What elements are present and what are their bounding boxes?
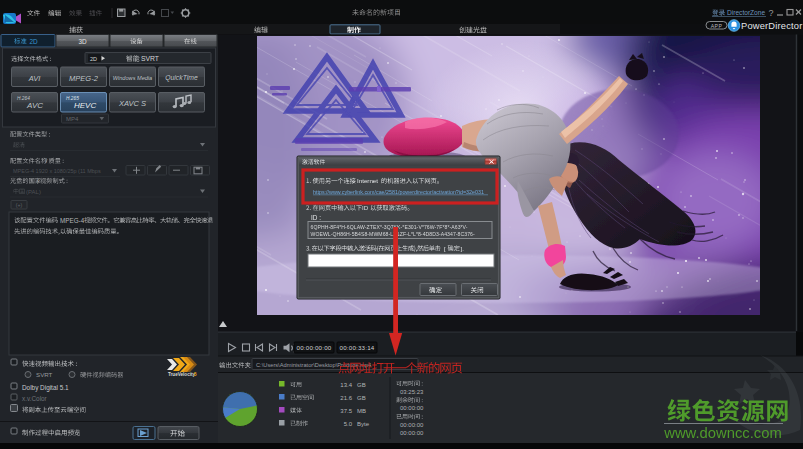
svg-text:AVI: AVI	[28, 74, 41, 83]
svg-text:?: ?	[768, 8, 773, 18]
svg-text:APP: APP	[711, 23, 723, 29]
svg-text:PowerDirector: PowerDirector	[741, 21, 803, 31]
svg-text:MB: MB	[357, 408, 366, 414]
svg-text:Byte: Byte	[357, 421, 370, 427]
svg-text:GB: GB	[357, 382, 366, 388]
svg-text:AVC: AVC	[26, 101, 43, 110]
svg-text:00:00:00: 00:00:00	[400, 405, 424, 411]
svg-text:5: 5	[194, 372, 197, 377]
svg-text:MP4: MP4	[66, 116, 79, 122]
svg-text:Windows Media: Windows Media	[113, 75, 152, 81]
svg-text:Internet: Internet	[357, 177, 378, 184]
svg-text:*: *	[396, 9, 399, 16]
svg-text:ID :: ID :	[311, 214, 321, 221]
svg-text:37.5: 37.5	[340, 408, 352, 414]
svg-text:21.6: 21.6	[340, 395, 352, 401]
svg-text:GB: GB	[357, 395, 366, 401]
svg-text:/: /	[46, 157, 48, 164]
svg-text:SVRT: SVRT	[36, 371, 53, 378]
svg-text:00:00:00: 00:00:00	[400, 422, 424, 428]
svg-text:MPEG-2: MPEG-2	[69, 74, 99, 83]
svg-text:00:00:00: 00:00:00	[400, 430, 424, 436]
svg-text:2D: 2D	[30, 38, 39, 45]
svg-text:https://www.cyberlink.com/cae/: https://www.cyberlink.com/cae/2581/power…	[313, 189, 484, 195]
svg-text:ID: ID	[362, 204, 369, 211]
svg-text:SVRT: SVRT	[141, 55, 159, 62]
svg-text:(PAL): (PAL)	[26, 189, 41, 195]
svg-text:DirectorZone: DirectorZone	[727, 9, 765, 16]
svg-text:WOEWL-QH86H-5B4S8-MWM68-LZ&ZF-: WOEWL-QH86H-5B4S8-MWM68-LZ&ZF-L*L*8-4D8D…	[311, 231, 475, 237]
svg-text:MPEG-4: MPEG-4	[60, 217, 85, 224]
svg-text:MPEG-4 1920 x 1080/25p (11 Mbp: MPEG-4 1920 x 1080/25p (11 Mbps	[13, 168, 101, 174]
svg-text:HEVC: HEVC	[74, 101, 96, 110]
svg-text:00:00:00:00: 00:00:00:00	[297, 344, 332, 351]
svg-text:03:25:23: 03:25:23	[400, 389, 424, 395]
svg-text:6QPHH-8F4*H-6QLAW-ZTEX*-3Q7KK-: 6QPHH-8F4*H-6QLAW-ZTEX*-3Q7KK-*E301-V*76…	[311, 224, 468, 230]
svg-text:2D: 2D	[90, 56, 97, 62]
svg-text:/: /	[37, 177, 39, 184]
svg-text:13.4: 13.4	[340, 382, 352, 388]
svg-text:QuickTime: QuickTime	[165, 74, 198, 82]
svg-text:www.downcc.com: www.downcc.com	[663, 425, 782, 441]
svg-text:TrueVelocity: TrueVelocity	[168, 372, 196, 377]
svg-text:[: [	[444, 245, 446, 252]
svg-text:(+): (+)	[16, 202, 23, 208]
svg-text:C:\Users\Administrator\Desktop: C:\Users\Administrator\Desktop\Produce.m…	[256, 362, 371, 368]
svg-text:3D: 3D	[78, 38, 87, 45]
svg-text:].: ].	[461, 245, 465, 252]
svg-text:Dolby Digital 5.1: Dolby Digital 5.1	[22, 384, 69, 392]
svg-text:XAVC S: XAVC S	[118, 99, 146, 108]
svg-text:x.v.Color: x.v.Color	[22, 395, 48, 402]
svg-text:00:00:33:14: 00:00:33:14	[340, 344, 375, 351]
svg-text:5.0: 5.0	[344, 421, 353, 427]
